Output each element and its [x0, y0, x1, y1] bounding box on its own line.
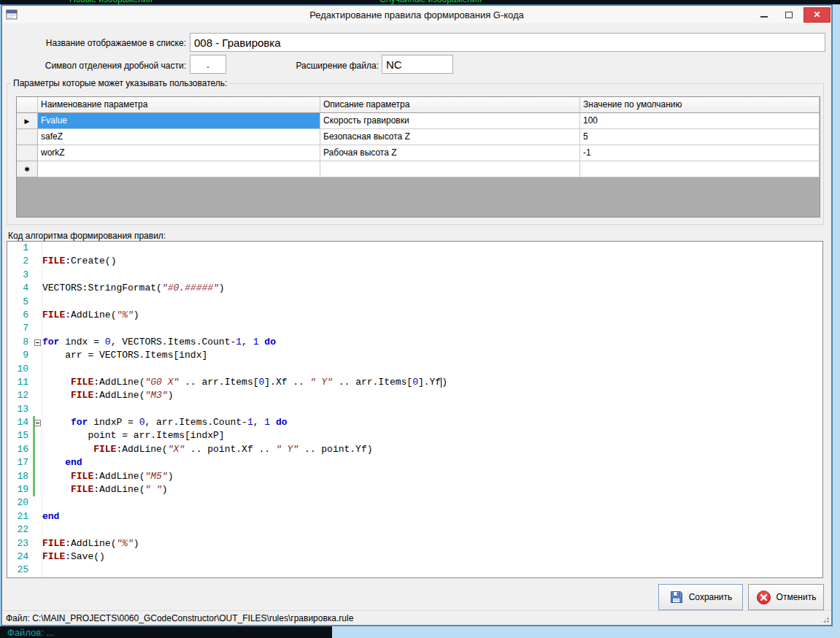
code-text[interactable]: FILE:AddLine("G0 X" .. arr.Items[0].Xf .… [42, 376, 822, 389]
code-line[interactable]: 4VECTORS:StringFormat("#0.#####") [7, 282, 822, 295]
code-text[interactable] [42, 269, 822, 282]
code-text[interactable]: end [42, 456, 822, 469]
code-text[interactable]: for indx = 0, VECTORS.Items.Count-1, 1 d… [42, 336, 822, 349]
code-line[interactable]: 13 [7, 403, 822, 416]
grid-header-row: Наименование параметраОписание параметра… [17, 97, 820, 113]
fold-margin [32, 564, 42, 577]
code-line[interactable]: 9 arr = VECTORS.Items[indx] [7, 349, 822, 362]
code-line[interactable]: 15 point = arr.Items[indxP] [7, 429, 822, 442]
close-button[interactable]: ✕ [804, 7, 831, 23]
grid-cell[interactable]: Fvalue [38, 113, 320, 129]
grid-cell[interactable] [580, 161, 820, 177]
grid-cell[interactable] [38, 161, 320, 177]
grid-cell[interactable]: 5 [580, 129, 820, 145]
grid-cell[interactable] [320, 161, 580, 177]
code-line[interactable]: 11 FILE:AddLine("G0 X" .. arr.Items[0].X… [7, 376, 822, 389]
code-line[interactable]: 7 [7, 322, 822, 335]
code-line[interactable]: 2FILE:Create() [7, 255, 822, 268]
code-text[interactable]: FILE:AddLine("%") [42, 309, 822, 322]
column-header[interactable]: Значение по умолчанию [580, 97, 820, 112]
code-text[interactable]: FILE:AddLine("%") [42, 537, 822, 550]
maximize-button[interactable] [779, 7, 799, 23]
fold-margin [32, 523, 42, 537]
code-line[interactable]: 18 FILE:AddLine("M5") [7, 470, 822, 483]
code-line[interactable]: 5 [7, 296, 822, 309]
column-header[interactable]: Наименование параметра [38, 97, 320, 112]
code-text[interactable]: FILE:AddLine("M5") [42, 470, 822, 483]
code-text[interactable]: arr = VECTORS.Items[indx] [42, 349, 822, 362]
grid-new-row[interactable]: ✱ [17, 161, 820, 177]
code-line[interactable]: 16 FILE:AddLine("X" .. point.Xf .. " Y" … [7, 443, 822, 456]
code-line[interactable]: 12 FILE:AddLine("M3") [7, 389, 822, 402]
code-text[interactable]: for indxP = 0, arr.Items.Count-1, 1 do [42, 416, 822, 429]
name-input[interactable] [190, 33, 825, 52]
code-line[interactable]: 14 for indxP = 0, arr.Items.Count-1, 1 d… [7, 416, 822, 429]
decimal-separator-input[interactable] [190, 55, 226, 74]
code-text[interactable] [42, 564, 822, 577]
resize-grip[interactable] [821, 615, 830, 623]
code-line[interactable]: 22 [7, 523, 822, 537]
code-text[interactable]: FILE:Create() [42, 255, 822, 268]
grid-cell[interactable]: Рабочая высота Z [320, 145, 580, 161]
floppy-disk-icon [669, 590, 684, 604]
line-number: 17 [7, 456, 32, 469]
code-text[interactable] [42, 496, 822, 510]
table-row[interactable]: safeZБезопасная высота Z5 [17, 129, 820, 145]
code-line[interactable]: 17 end [7, 456, 822, 469]
grid-cell[interactable]: Скорость гравировки [320, 113, 580, 129]
code-line[interactable]: 24FILE:Save() [7, 550, 822, 564]
fold-margin[interactable] [32, 336, 42, 349]
window-icon [6, 9, 18, 20]
fold-margin [32, 349, 42, 362]
code-text[interactable]: VECTORS:StringFormat("#0.#####") [42, 282, 822, 295]
line-number: 2 [7, 255, 32, 268]
code-text[interactable] [42, 242, 822, 255]
code-line[interactable]: 6FILE:AddLine("%") [7, 309, 822, 322]
fold-collapse-icon[interactable] [34, 420, 41, 426]
code-text[interactable] [42, 523, 822, 537]
code-line[interactable]: 25 [7, 564, 822, 577]
minimize-button[interactable] [754, 7, 774, 23]
code-text[interactable]: FILE:AddLine("X" .. point.Xf .. " Y" .. … [42, 443, 822, 456]
code-text[interactable]: point = arr.Items[indxP] [42, 429, 822, 442]
titlebar[interactable]: Редактирование правила формирования G-ко… [2, 6, 831, 23]
grid-cell[interactable]: -1 [580, 145, 820, 161]
grid-cell[interactable]: safeZ [38, 129, 320, 145]
parameters-grid[interactable]: Наименование параметраОписание параметра… [16, 96, 820, 218]
fold-margin[interactable] [32, 416, 42, 429]
file-extension-input[interactable] [382, 55, 453, 74]
save-button[interactable]: Сохранить [658, 584, 743, 610]
code-text[interactable]: FILE:AddLine(" ") [42, 483, 822, 496]
code-line[interactable]: 8for indx = 0, VECTORS.Items.Count-1, 1 … [7, 336, 822, 349]
code-line[interactable]: 23FILE:AddLine("%") [7, 537, 822, 550]
column-header[interactable]: Описание параметра [320, 97, 580, 112]
current-row-indicator[interactable]: ▶ [17, 113, 38, 129]
code-text[interactable] [42, 363, 822, 376]
code-line[interactable]: 10 [7, 363, 822, 376]
code-text[interactable] [42, 403, 822, 416]
grid-cell[interactable]: 100 [580, 113, 820, 129]
code-line[interactable]: 19 FILE:AddLine(" ") [7, 483, 822, 496]
grid-cell[interactable]: Безопасная высота Z [320, 129, 580, 145]
code-editor[interactable]: 12FILE:Create()34VECTORS:StringFormat("#… [7, 241, 823, 578]
grid-corner-cell[interactable] [17, 97, 38, 112]
code-line[interactable]: 21end [7, 510, 822, 523]
code-text[interactable] [42, 296, 822, 309]
row-header[interactable] [17, 129, 38, 145]
code-text[interactable]: FILE:AddLine("M3") [42, 389, 822, 402]
table-row[interactable]: ▶FvalueСкорость гравировки100 [17, 113, 820, 129]
code-text[interactable]: end [42, 510, 822, 523]
code-line[interactable]: 1 [7, 242, 822, 255]
row-header[interactable] [17, 145, 38, 161]
new-row-indicator[interactable]: ✱ [17, 161, 38, 177]
code-line[interactable]: 20 [7, 496, 822, 510]
table-row[interactable]: workZРабочая высота Z-1 [17, 145, 820, 161]
fold-collapse-icon[interactable] [34, 339, 41, 346]
grid-cell[interactable]: workZ [38, 145, 320, 161]
code-text[interactable]: FILE:Save() [42, 550, 822, 564]
cancel-button[interactable]: Отменить [748, 584, 824, 610]
fold-margin [32, 242, 42, 255]
code-text[interactable] [42, 322, 822, 335]
code-line[interactable]: 3 [7, 269, 822, 282]
line-number: 7 [7, 322, 32, 335]
